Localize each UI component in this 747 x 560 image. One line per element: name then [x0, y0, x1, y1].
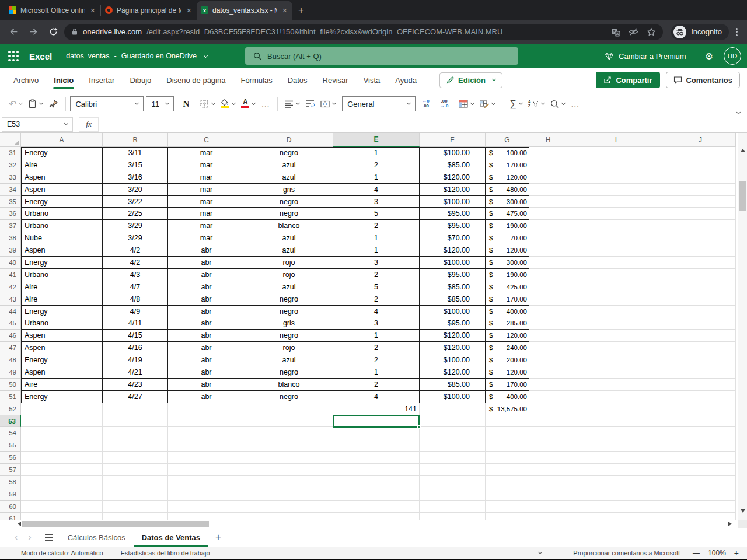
cell-H32[interactable]	[529, 159, 567, 172]
cell-E42[interactable]: 5	[333, 281, 420, 293]
cell-E58[interactable]	[333, 476, 420, 488]
cell-D45[interactable]: gris	[245, 317, 333, 330]
cell-A38[interactable]: Nube	[21, 232, 103, 244]
cell-F39[interactable]: $120.00	[420, 244, 486, 257]
cell-E54[interactable]	[333, 427, 420, 439]
cell-I46[interactable]	[567, 330, 665, 342]
cell-F42[interactable]: $85.00	[420, 281, 486, 293]
cell-I51[interactable]	[567, 391, 665, 403]
back-button[interactable]	[5, 23, 22, 41]
cell-A37[interactable]: Urbano	[21, 220, 103, 232]
cell-C45[interactable]: abr	[168, 317, 245, 330]
column-header-A[interactable]: A	[21, 133, 103, 147]
cell-H33[interactable]	[529, 172, 567, 184]
cell-E48[interactable]: 2	[333, 354, 420, 366]
cell-J33[interactable]	[665, 172, 736, 184]
cell-H45[interactable]	[529, 317, 567, 330]
cell-B43[interactable]: 4/8	[103, 293, 168, 306]
cell-A59[interactable]	[21, 488, 103, 501]
cell-E61[interactable]	[333, 513, 420, 520]
cell-G32[interactable]: $170.00	[486, 159, 529, 172]
cell-B57[interactable]	[103, 464, 168, 476]
cell-D50[interactable]: blanco	[245, 379, 333, 391]
vertical-scroll-thumb[interactable]	[739, 181, 746, 211]
cell-I53[interactable]	[567, 415, 665, 428]
cell-A48[interactable]: Energy	[21, 354, 103, 366]
cell-D37[interactable]: blanco	[245, 220, 333, 232]
cell-I36[interactable]	[567, 208, 665, 220]
cell-G55[interactable]	[486, 439, 529, 452]
row-header-43[interactable]: 43	[0, 293, 21, 306]
zoom-level[interactable]: 100%	[708, 549, 726, 557]
comments-button[interactable]: Comentarios	[666, 72, 740, 88]
cell-C49[interactable]: abr	[168, 366, 245, 379]
cell-G52[interactable]: $13,575.00	[486, 403, 529, 415]
cell-G49[interactable]: $120.00	[486, 366, 529, 379]
cell-C55[interactable]	[168, 439, 245, 452]
row-header-52[interactable]: 52	[0, 403, 21, 415]
column-header-C[interactable]: C	[168, 133, 245, 147]
cell-G48[interactable]: $200.00	[486, 354, 529, 366]
premium-button[interactable]: Cambiar a Premium	[605, 52, 686, 61]
name-box[interactable]: E53	[2, 117, 73, 132]
cell-C35[interactable]: mar	[168, 196, 245, 208]
add-sheet-button[interactable]: +	[208, 531, 228, 543]
cell-E46[interactable]: 1	[333, 330, 420, 342]
fill-color-button[interactable]	[218, 94, 238, 113]
cell-E44[interactable]: 4	[333, 306, 420, 318]
all-sheets-menu-icon[interactable]	[37, 534, 60, 540]
cell-I50[interactable]	[567, 379, 665, 391]
cell-J38[interactable]	[665, 232, 736, 244]
row-header-37[interactable]: 37	[0, 220, 21, 232]
cell-B34[interactable]: 3/20	[103, 184, 168, 196]
cell-H37[interactable]	[529, 220, 567, 232]
cell-I57[interactable]	[567, 464, 665, 476]
cell-J52[interactable]	[665, 403, 736, 415]
cell-H48[interactable]	[529, 354, 567, 366]
cell-D36[interactable]: negro	[245, 208, 333, 220]
sort-filter-button[interactable]: A Z	[525, 94, 547, 113]
cell-B44[interactable]: 4/9	[103, 306, 168, 318]
cell-J55[interactable]	[665, 439, 736, 452]
cell-G60[interactable]	[486, 501, 529, 513]
cell-G47[interactable]: $240.00	[486, 342, 529, 354]
column-header-I[interactable]: I	[567, 133, 665, 147]
cell-I48[interactable]	[567, 354, 665, 366]
select-all-corner[interactable]	[0, 133, 21, 147]
cell-D31[interactable]: negro	[245, 147, 333, 159]
cell-H51[interactable]	[529, 391, 567, 403]
cell-E52[interactable]: 141	[333, 403, 420, 415]
cell-I32[interactable]	[567, 159, 665, 172]
cell-A53[interactable]	[21, 415, 103, 428]
cell-I38[interactable]	[567, 232, 665, 244]
cell-D39[interactable]: azul	[245, 244, 333, 257]
borders-button[interactable]	[197, 94, 218, 113]
cell-I61[interactable]	[567, 513, 665, 520]
calc-mode-status[interactable]: Modo de cálculo: Automático	[21, 550, 103, 556]
cell-A61[interactable]	[21, 513, 103, 520]
cell-F44[interactable]: $100.00	[420, 306, 486, 318]
cell-H40[interactable]	[529, 257, 567, 269]
cell-A51[interactable]: Energy	[21, 391, 103, 403]
increase-decimal-button[interactable]: .00 →.0	[437, 94, 452, 113]
cell-G40[interactable]: $300.00	[486, 257, 529, 269]
translate-icon[interactable]	[611, 27, 620, 37]
cell-C39[interactable]: abr	[168, 244, 245, 257]
cell-J48[interactable]	[665, 354, 736, 366]
cell-F59[interactable]	[420, 488, 486, 501]
cell-H49[interactable]	[529, 366, 567, 379]
cell-E47[interactable]: 2	[333, 342, 420, 354]
cell-C60[interactable]	[168, 501, 245, 513]
cell-D32[interactable]: azul	[245, 159, 333, 172]
cell-I45[interactable]	[567, 317, 665, 330]
cell-H53[interactable]	[529, 415, 567, 428]
cell-D53[interactable]	[245, 415, 333, 428]
cell-E45[interactable]: 3	[333, 317, 420, 330]
cell-G38[interactable]: $70.00	[486, 232, 529, 244]
cell-B40[interactable]: 4/2	[103, 257, 168, 269]
cell-A32[interactable]: Aire	[21, 159, 103, 172]
cell-F38[interactable]: $70.00	[420, 232, 486, 244]
cell-I35[interactable]	[567, 196, 665, 208]
row-header-61[interactable]: 61	[0, 513, 21, 520]
column-header-H[interactable]: H	[529, 133, 567, 147]
